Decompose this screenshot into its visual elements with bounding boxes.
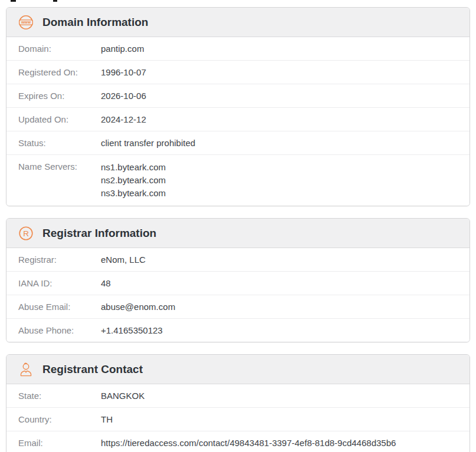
info-row: Status: client transfer prohibited bbox=[6, 131, 470, 154]
clipped-heading-fragment bbox=[53, 0, 57, 2]
field-label: Abuse Phone: bbox=[18, 325, 101, 336]
field-value-line: 1996-10-07 bbox=[101, 67, 146, 78]
field-label: Domain: bbox=[18, 43, 101, 54]
info-row: Name Servers: ns1.byteark.comns2.byteark… bbox=[6, 154, 470, 206]
field-value: ns1.byteark.comns2.byteark.comns3.bytear… bbox=[101, 161, 166, 200]
card-title: Registrar Information bbox=[42, 227, 156, 240]
card-header: Registrant Contact bbox=[6, 355, 470, 384]
field-label: IANA ID: bbox=[18, 278, 101, 289]
info-row: Country: TH bbox=[6, 407, 470, 431]
info-row: Registered On: 1996-10-07 bbox=[6, 60, 470, 84]
whois-result-cards: www Domain Information Domain: pantip.co… bbox=[6, 7, 470, 452]
info-row: IANA ID: 48 bbox=[6, 271, 470, 295]
info-row: State: BANGKOK bbox=[6, 384, 470, 407]
field-value: 2024-12-12 bbox=[101, 114, 146, 125]
card-registrant-contact: Registrant Contact State: BANGKOK Countr… bbox=[6, 354, 470, 452]
field-value-line: eNom, LLC bbox=[101, 254, 146, 265]
info-row: Updated On: 2024-12-12 bbox=[6, 107, 470, 131]
field-label: Updated On: bbox=[18, 114, 101, 125]
field-value-line: https://tieredaccess.com/contact/4984348… bbox=[101, 437, 396, 448]
field-value-line: 2026-10-06 bbox=[101, 90, 146, 101]
card-body: Domain: pantip.com Registered On: 1996-1… bbox=[6, 37, 470, 206]
card-domain-information: www Domain Information Domain: pantip.co… bbox=[6, 7, 470, 206]
card-header: www Domain Information bbox=[6, 8, 470, 37]
field-value: 1996-10-07 bbox=[101, 67, 146, 78]
info-row: Abuse Phone: +1.4165350123 bbox=[6, 318, 470, 342]
clipped-heading-fragment bbox=[11, 0, 16, 2]
info-row: Email: https://tieredaccess.com/contact/… bbox=[6, 431, 470, 452]
field-value-line: client transfer prohibited bbox=[101, 137, 195, 149]
svg-text:www: www bbox=[21, 20, 31, 24]
card-title: Domain Information bbox=[42, 16, 148, 29]
field-label: Status: bbox=[18, 137, 101, 149]
field-value-line: 2024-12-12 bbox=[101, 114, 146, 125]
field-value-line: ns3.byteark.com bbox=[101, 187, 166, 200]
svg-text:R: R bbox=[23, 229, 29, 237]
field-value: +1.4165350123 bbox=[101, 325, 163, 336]
field-value: pantip.com bbox=[101, 43, 144, 54]
field-label: Name Servers: bbox=[18, 161, 101, 200]
field-value: client transfer prohibited bbox=[101, 137, 195, 149]
field-value: eNom, LLC bbox=[101, 254, 146, 265]
field-value-line: TH bbox=[101, 414, 113, 425]
info-row: Registrar: eNom, LLC bbox=[6, 248, 470, 271]
field-label: Email: bbox=[18, 437, 101, 448]
field-value-line: BANGKOK bbox=[101, 390, 145, 401]
field-value: BANGKOK bbox=[101, 390, 145, 401]
field-value-line: ns2.byteark.com bbox=[101, 174, 166, 187]
field-value: abuse@enom.com bbox=[101, 301, 175, 312]
field-label: Registered On: bbox=[18, 67, 101, 78]
field-value-line: +1.4165350123 bbox=[101, 325, 163, 336]
field-value: 2026-10-06 bbox=[101, 90, 146, 101]
field-label: Abuse Email: bbox=[18, 301, 101, 312]
field-value-line: pantip.com bbox=[101, 43, 144, 54]
field-label: Expires On: bbox=[18, 90, 101, 101]
card-body: Registrar: eNom, LLC IANA ID: 48 Abuse E… bbox=[6, 248, 470, 342]
field-value-line: ns1.byteark.com bbox=[101, 161, 166, 174]
field-value: https://tieredaccess.com/contact/4984348… bbox=[101, 437, 396, 448]
www-globe-icon: www bbox=[18, 15, 34, 30]
info-row: Expires On: 2026-10-06 bbox=[6, 84, 470, 107]
card-header: R Registrar Information bbox=[6, 219, 470, 248]
field-label: Country: bbox=[18, 414, 101, 425]
field-value: 48 bbox=[101, 278, 111, 289]
registered-trademark-icon: R bbox=[18, 226, 34, 241]
card-body: State: BANGKOK Country: TH Email: https:… bbox=[6, 384, 470, 452]
card-title: Registrant Contact bbox=[42, 363, 143, 376]
field-label: Registrar: bbox=[18, 254, 101, 265]
card-registrar-information: R Registrar Information Registrar: eNom,… bbox=[6, 218, 470, 342]
field-value-line: abuse@enom.com bbox=[101, 301, 175, 312]
field-value-line: 48 bbox=[101, 278, 111, 289]
person-icon bbox=[18, 362, 34, 377]
info-row: Abuse Email: abuse@enom.com bbox=[6, 295, 470, 318]
field-value: TH bbox=[101, 414, 113, 425]
field-label: State: bbox=[18, 390, 101, 401]
info-row: Domain: pantip.com bbox=[6, 37, 470, 60]
